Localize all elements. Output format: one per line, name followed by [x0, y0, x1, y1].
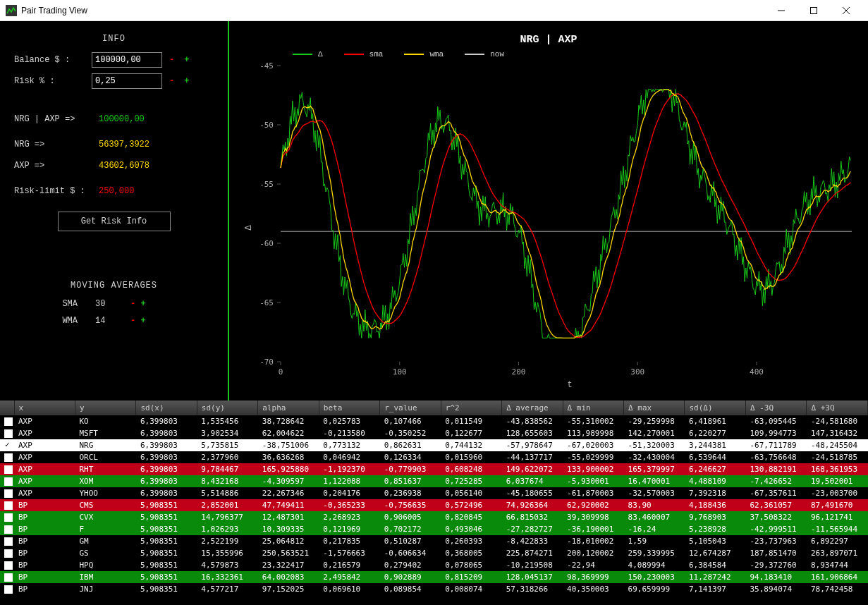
maximize-button[interactable]	[797, 0, 830, 21]
row-checkbox[interactable]	[4, 417, 13, 426]
svg-text:-60: -60	[259, 239, 274, 248]
balance-label: Balance $ :	[14, 55, 92, 65]
pair-value: 100000,00	[99, 114, 145, 124]
row-checkbox[interactable]	[4, 561, 13, 570]
column-header[interactable]: Δ -3Q	[745, 401, 806, 415]
risklimit-label: Risk-limit $ :	[14, 186, 99, 196]
column-header[interactable]: r_value	[380, 401, 441, 415]
table-row[interactable]: AXPNRG6,3998035,735815-38,7510060,773132…	[0, 439, 868, 451]
svg-text:300: 300	[630, 367, 644, 377]
column-header[interactable]: x	[14, 401, 75, 415]
row-checkbox[interactable]	[4, 513, 13, 522]
row-checkbox[interactable]	[4, 525, 13, 534]
row-checkbox[interactable]	[4, 501, 13, 510]
risk-label: Risk % :	[14, 76, 92, 86]
svg-text:-70: -70	[259, 358, 274, 367]
table-row[interactable]: BPHPQ5,9083514,57987323,3224170,2165790,…	[0, 559, 868, 571]
data-table: xysd(x)sd(y)alphabetar_valuer^2Δ average…	[0, 401, 868, 595]
table-row[interactable]: BPF5,9083511,02629310,3093350,1219690,70…	[0, 523, 868, 535]
chart-plot[interactable]: -70-65-60-55-50-45 0100200300400 Δ t	[236, 59, 861, 390]
table-row[interactable]: BPCVX5,90835114,79637712,4873012,2689230…	[0, 511, 868, 523]
table-row[interactable]: BPGS5,90835115,355996250,563521-1,576663…	[0, 547, 868, 559]
table-row[interactable]: AXPYHOO6,3998035,51488622,2673460,204176…	[0, 487, 868, 499]
x-axis-label: t	[567, 380, 572, 390]
sma-minus[interactable]: -	[130, 299, 135, 309]
sym1-value: 56397,3922	[99, 140, 149, 149]
row-checkbox[interactable]	[4, 585, 13, 594]
table-row[interactable]: BPGM5,9083512,52219925,0648120,2178350,5…	[0, 535, 868, 547]
column-header[interactable]: sd(x)	[136, 401, 197, 415]
chart-legend: Δ sma wma now	[293, 50, 861, 59]
row-checkbox[interactable]	[4, 453, 13, 462]
minimize-button[interactable]	[765, 0, 797, 21]
svg-text:0: 0	[279, 367, 283, 377]
svg-text:-65: -65	[259, 298, 274, 307]
pair-label: NRG | AXP =>	[14, 114, 99, 124]
chart-title: NRG | AXP	[236, 34, 861, 46]
row-checkbox[interactable]	[4, 477, 13, 486]
balance-input[interactable]	[92, 52, 162, 68]
titlebar: Pair Trading View	[0, 0, 868, 21]
data-table-scroll[interactable]: xysd(x)sd(y)alphabetar_valuer^2Δ average…	[0, 401, 868, 605]
svg-text:400: 400	[750, 367, 764, 377]
svg-rect-2	[811, 7, 817, 13]
sma-plus[interactable]: +	[140, 299, 145, 309]
risk-plus[interactable]: +	[184, 76, 189, 86]
balance-plus[interactable]: +	[184, 55, 189, 65]
row-checkbox[interactable]	[4, 573, 13, 582]
info-heading: INFO	[14, 34, 214, 44]
row-checkbox[interactable]	[4, 549, 13, 558]
get-risk-info-button[interactable]: Get Risk Info	[58, 212, 171, 231]
wma-minus[interactable]: -	[130, 316, 135, 326]
risk-input[interactable]	[92, 73, 162, 89]
svg-text:-50: -50	[259, 121, 274, 130]
risk-minus[interactable]: -	[169, 76, 174, 86]
row-checkbox[interactable]	[4, 429, 13, 438]
legend-wma: wma	[429, 50, 444, 59]
sym2-value: 43602,6078	[99, 161, 149, 171]
table-row[interactable]: AXPORCL6,3998032,37796036,6362680,046942…	[0, 451, 868, 463]
column-header[interactable]: beta	[319, 401, 379, 415]
svg-text:-55: -55	[259, 180, 274, 189]
close-button[interactable]	[830, 0, 862, 21]
balance-minus[interactable]: -	[169, 55, 174, 65]
column-header[interactable]: sd(Δ)	[685, 401, 745, 415]
column-header[interactable]: Δ average	[502, 401, 563, 415]
wma-value: 14	[95, 316, 130, 326]
sym2-label: AXP =>	[14, 161, 99, 171]
app-icon	[6, 5, 17, 16]
table-row[interactable]: BPIBM5,90835116,33236164,0020832,4958420…	[0, 571, 868, 583]
table-row[interactable]: AXPRHT6,3998039,784467165,925880-1,19237…	[0, 463, 868, 475]
table-row[interactable]: BPCMS5,9083512,85200147,749411-0,365233-…	[0, 499, 868, 511]
column-header[interactable]: r^2	[441, 401, 501, 415]
svg-text:100: 100	[393, 367, 407, 377]
column-header[interactable]: y	[75, 401, 135, 415]
y-axis-label: Δ	[244, 225, 254, 231]
sym1-label: NRG =>	[14, 140, 99, 149]
column-header[interactable]: sd(y)	[197, 401, 257, 415]
row-checkbox[interactable]	[4, 537, 13, 546]
row-checkbox[interactable]	[4, 489, 13, 498]
table-row[interactable]: BPJNJ5,9083514,57721797,1520250,0696100,…	[0, 583, 868, 595]
column-header[interactable]	[0, 401, 14, 415]
window-title: Pair Trading View	[21, 6, 87, 16]
column-header[interactable]: Δ +3Q	[807, 401, 868, 415]
svg-text:-45: -45	[259, 61, 274, 71]
legend-sma: sma	[369, 50, 384, 59]
sma-label: SMA	[14, 299, 78, 309]
chart-area: NRG | AXP Δ sma wma now -70-65-60-55-50-…	[229, 21, 868, 401]
legend-now: now	[490, 50, 504, 59]
column-header[interactable]: Δ min	[563, 401, 623, 415]
row-checkbox[interactable]	[4, 441, 13, 450]
column-header[interactable]: alpha	[258, 401, 319, 415]
wma-plus[interactable]: +	[140, 316, 145, 326]
svg-text:200: 200	[512, 367, 526, 377]
table-row[interactable]: AXPKO6,3998031,53545638,7286420,0257830,…	[0, 415, 868, 427]
column-header[interactable]: Δ max	[624, 401, 685, 415]
table-row[interactable]: AXPXOM6,3998038,432168-4,3095971,1220880…	[0, 475, 868, 487]
row-checkbox[interactable]	[4, 465, 13, 474]
wma-label: WMA	[14, 316, 78, 326]
ma-heading: MOVING AVERAGES	[14, 281, 214, 291]
legend-delta: Δ	[318, 50, 323, 59]
table-row[interactable]: AXPMSFT6,3998033,90253462,004622-0,21358…	[0, 427, 868, 439]
